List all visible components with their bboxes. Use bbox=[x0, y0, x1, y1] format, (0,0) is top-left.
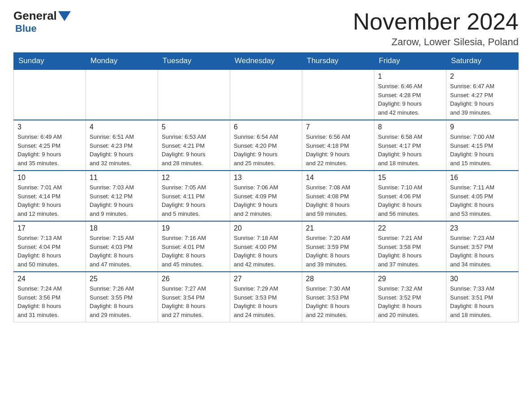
calendar-cell: 27Sunrise: 7:29 AMSunset: 3:53 PMDayligh… bbox=[230, 272, 302, 322]
page-header: General Blue November 2024 Zarow, Lower … bbox=[13, 9, 519, 48]
day-number: 17 bbox=[17, 224, 82, 232]
calendar-cell: 10Sunrise: 7:01 AMSunset: 4:14 PMDayligh… bbox=[14, 171, 86, 221]
calendar-cell: 4Sunrise: 6:51 AMSunset: 4:23 PMDaylight… bbox=[86, 120, 158, 171]
calendar-week-row: 10Sunrise: 7:01 AMSunset: 4:14 PMDayligh… bbox=[14, 171, 519, 221]
calendar-cell: 3Sunrise: 6:49 AMSunset: 4:25 PMDaylight… bbox=[14, 120, 86, 171]
day-info: Sunrise: 7:27 AMSunset: 3:54 PMDaylight:… bbox=[162, 284, 226, 319]
day-info: Sunrise: 7:18 AMSunset: 4:00 PMDaylight:… bbox=[234, 234, 298, 269]
calendar-cell: 23Sunrise: 7:23 AMSunset: 3:57 PMDayligh… bbox=[446, 221, 519, 272]
calendar-cell: 22Sunrise: 7:21 AMSunset: 3:58 PMDayligh… bbox=[374, 221, 446, 272]
day-number: 8 bbox=[378, 123, 442, 131]
weekday-header-friday: Friday bbox=[374, 53, 446, 70]
calendar-cell: 9Sunrise: 7:00 AMSunset: 4:15 PMDaylight… bbox=[446, 120, 519, 171]
calendar-table: SundayMondayTuesdayWednesdayThursdayFrid… bbox=[13, 52, 519, 322]
calendar-cell: 8Sunrise: 6:58 AMSunset: 4:17 PMDaylight… bbox=[374, 120, 446, 171]
calendar-cell: 7Sunrise: 6:56 AMSunset: 4:18 PMDaylight… bbox=[302, 120, 374, 171]
day-number: 16 bbox=[450, 174, 515, 182]
weekday-header-saturday: Saturday bbox=[446, 53, 519, 70]
day-number: 1 bbox=[378, 73, 442, 81]
day-number: 30 bbox=[450, 275, 515, 283]
calendar-week-row: 3Sunrise: 6:49 AMSunset: 4:25 PMDaylight… bbox=[14, 120, 519, 171]
calendar-cell: 12Sunrise: 7:05 AMSunset: 4:11 PMDayligh… bbox=[158, 171, 230, 221]
day-info: Sunrise: 7:24 AMSunset: 3:56 PMDaylight:… bbox=[17, 284, 82, 319]
weekday-header-row: SundayMondayTuesdayWednesdayThursdayFrid… bbox=[14, 53, 519, 70]
day-info: Sunrise: 7:33 AMSunset: 3:51 PMDaylight:… bbox=[450, 284, 515, 319]
day-number: 27 bbox=[234, 275, 298, 283]
day-number: 2 bbox=[450, 73, 515, 81]
calendar-cell bbox=[158, 69, 230, 120]
calendar-week-row: 17Sunrise: 7:13 AMSunset: 4:04 PMDayligh… bbox=[14, 221, 519, 272]
calendar-cell: 21Sunrise: 7:20 AMSunset: 3:59 PMDayligh… bbox=[302, 221, 374, 272]
day-number: 5 bbox=[162, 123, 226, 131]
calendar-cell: 29Sunrise: 7:32 AMSunset: 3:52 PMDayligh… bbox=[374, 272, 446, 322]
calendar-week-row: 24Sunrise: 7:24 AMSunset: 3:56 PMDayligh… bbox=[14, 272, 519, 322]
calendar-cell: 15Sunrise: 7:10 AMSunset: 4:06 PMDayligh… bbox=[374, 171, 446, 221]
day-number: 14 bbox=[306, 174, 370, 182]
calendar-week-row: 1Sunrise: 6:46 AMSunset: 4:28 PMDaylight… bbox=[14, 69, 519, 120]
day-info: Sunrise: 7:11 AMSunset: 4:05 PMDaylight:… bbox=[450, 183, 515, 218]
day-number: 7 bbox=[306, 123, 370, 131]
day-info: Sunrise: 7:16 AMSunset: 4:01 PMDaylight:… bbox=[162, 234, 226, 269]
day-number: 21 bbox=[306, 224, 370, 232]
calendar-cell: 1Sunrise: 6:46 AMSunset: 4:28 PMDaylight… bbox=[374, 69, 446, 120]
day-info: Sunrise: 6:51 AMSunset: 4:23 PMDaylight:… bbox=[90, 133, 154, 167]
day-info: Sunrise: 7:01 AMSunset: 4:14 PMDaylight:… bbox=[17, 183, 82, 218]
day-number: 25 bbox=[90, 275, 154, 283]
day-number: 3 bbox=[17, 123, 82, 131]
day-info: Sunrise: 6:49 AMSunset: 4:25 PMDaylight:… bbox=[17, 133, 82, 167]
day-info: Sunrise: 6:47 AMSunset: 4:27 PMDaylight:… bbox=[450, 82, 515, 117]
day-info: Sunrise: 6:58 AMSunset: 4:17 PMDaylight:… bbox=[378, 133, 442, 167]
calendar-cell: 19Sunrise: 7:16 AMSunset: 4:01 PMDayligh… bbox=[158, 221, 230, 272]
day-number: 9 bbox=[450, 123, 515, 131]
calendar-cell: 13Sunrise: 7:06 AMSunset: 4:09 PMDayligh… bbox=[230, 171, 302, 221]
day-info: Sunrise: 7:21 AMSunset: 3:58 PMDaylight:… bbox=[378, 234, 442, 269]
calendar-cell: 24Sunrise: 7:24 AMSunset: 3:56 PMDayligh… bbox=[14, 272, 86, 322]
calendar-cell: 17Sunrise: 7:13 AMSunset: 4:04 PMDayligh… bbox=[14, 221, 86, 272]
day-info: Sunrise: 6:46 AMSunset: 4:28 PMDaylight:… bbox=[378, 82, 442, 117]
title-block: November 2024 Zarow, Lower Silesia, Pola… bbox=[353, 9, 519, 48]
day-info: Sunrise: 6:53 AMSunset: 4:21 PMDaylight:… bbox=[162, 133, 226, 167]
calendar-cell bbox=[302, 69, 374, 120]
month-title: November 2024 bbox=[353, 9, 519, 34]
weekday-header-sunday: Sunday bbox=[14, 53, 86, 70]
calendar-cell: 20Sunrise: 7:18 AMSunset: 4:00 PMDayligh… bbox=[230, 221, 302, 272]
day-number: 19 bbox=[162, 224, 226, 232]
weekday-header-wednesday: Wednesday bbox=[230, 53, 302, 70]
day-number: 28 bbox=[306, 275, 370, 283]
day-number: 12 bbox=[162, 174, 226, 182]
day-info: Sunrise: 7:13 AMSunset: 4:04 PMDaylight:… bbox=[17, 234, 82, 269]
day-info: Sunrise: 6:54 AMSunset: 4:20 PMDaylight:… bbox=[234, 133, 298, 167]
weekday-header-thursday: Thursday bbox=[302, 53, 374, 70]
calendar-cell bbox=[230, 69, 302, 120]
calendar-cell: 5Sunrise: 6:53 AMSunset: 4:21 PMDaylight… bbox=[158, 120, 230, 171]
day-number: 26 bbox=[162, 275, 226, 283]
day-info: Sunrise: 7:26 AMSunset: 3:55 PMDaylight:… bbox=[90, 284, 154, 319]
calendar-cell: 26Sunrise: 7:27 AMSunset: 3:54 PMDayligh… bbox=[158, 272, 230, 322]
day-number: 23 bbox=[450, 224, 515, 232]
calendar-cell: 2Sunrise: 6:47 AMSunset: 4:27 PMDaylight… bbox=[446, 69, 519, 120]
day-info: Sunrise: 6:56 AMSunset: 4:18 PMDaylight:… bbox=[306, 133, 370, 167]
day-info: Sunrise: 7:32 AMSunset: 3:52 PMDaylight:… bbox=[378, 284, 442, 319]
weekday-header-monday: Monday bbox=[86, 53, 158, 70]
day-number: 13 bbox=[234, 174, 298, 182]
day-number: 29 bbox=[378, 275, 442, 283]
location: Zarow, Lower Silesia, Poland bbox=[353, 36, 519, 48]
day-number: 4 bbox=[90, 123, 154, 131]
day-info: Sunrise: 7:08 AMSunset: 4:08 PMDaylight:… bbox=[306, 183, 370, 218]
calendar-cell bbox=[14, 69, 86, 120]
day-number: 6 bbox=[234, 123, 298, 131]
weekday-header-tuesday: Tuesday bbox=[158, 53, 230, 70]
calendar-cell: 18Sunrise: 7:15 AMSunset: 4:03 PMDayligh… bbox=[86, 221, 158, 272]
day-number: 18 bbox=[90, 224, 154, 232]
day-number: 10 bbox=[17, 174, 82, 182]
day-info: Sunrise: 7:29 AMSunset: 3:53 PMDaylight:… bbox=[234, 284, 298, 319]
day-info: Sunrise: 7:05 AMSunset: 4:11 PMDaylight:… bbox=[162, 183, 226, 218]
day-number: 20 bbox=[234, 224, 298, 232]
day-number: 11 bbox=[90, 174, 154, 182]
day-info: Sunrise: 7:06 AMSunset: 4:09 PMDaylight:… bbox=[234, 183, 298, 218]
logo: General Blue bbox=[13, 9, 72, 34]
calendar-cell bbox=[86, 69, 158, 120]
day-number: 24 bbox=[17, 275, 82, 283]
calendar-cell: 16Sunrise: 7:11 AMSunset: 4:05 PMDayligh… bbox=[446, 171, 519, 221]
calendar-cell: 6Sunrise: 6:54 AMSunset: 4:20 PMDaylight… bbox=[230, 120, 302, 171]
